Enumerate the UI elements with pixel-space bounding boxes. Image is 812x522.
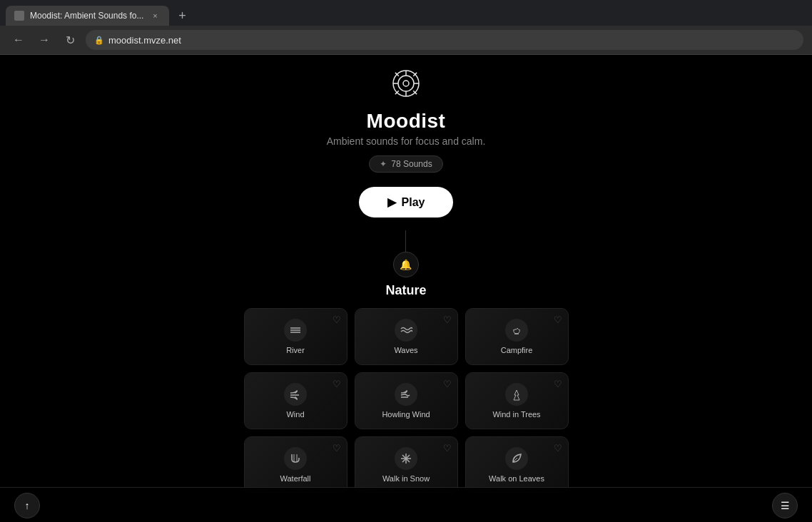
heart-icon-waterfall[interactable]: ♡ (333, 443, 341, 454)
scroll-up-icon: ↑ (25, 500, 30, 511)
svg-point-1 (398, 76, 414, 91)
app-header: Moodist Ambient sounds for focus and cal… (327, 55, 486, 173)
refresh-button[interactable]: ↻ (60, 30, 80, 50)
sound-name-river: River (286, 346, 305, 354)
scroll-up-button[interactable]: ↑ (14, 493, 40, 518)
badge-text: 78 Sounds (391, 159, 432, 169)
address-url: moodist.mvze.net (108, 35, 181, 46)
sound-name-walk-in-snow: Walk in Snow (382, 474, 430, 483)
section-connector: 🔔 Nature (385, 230, 426, 298)
sound-card-wind-in-trees[interactable]: ♡Wind in Trees (465, 372, 569, 429)
nature-section-icon: 🔔 (393, 252, 419, 277)
svg-point-2 (403, 81, 409, 86)
connector-line (405, 230, 406, 252)
new-tab-button[interactable]: + (172, 6, 192, 26)
lock-icon: 🔒 (94, 36, 104, 45)
app-logo-icon (392, 69, 420, 104)
sound-card-river[interactable]: ♡River (244, 308, 347, 365)
sound-name-walk-on-leaves: Walk on Leaves (489, 474, 544, 483)
sound-icon-wind (284, 383, 307, 406)
heart-icon-wind-in-trees[interactable]: ♡ (554, 379, 562, 389)
browser-chrome: Moodist: Ambient Sounds fo... × + ← → ↻ … (0, 0, 812, 55)
sound-card-waves[interactable]: ♡Waves (355, 308, 458, 365)
sound-name-howling-wind: Howling Wind (382, 410, 430, 419)
heart-icon-waves[interactable]: ♡ (443, 314, 452, 325)
tab-favicon (14, 11, 24, 21)
sound-icon-walk-on-leaves (505, 447, 528, 470)
heart-icon-walk-in-snow[interactable]: ♡ (443, 443, 452, 454)
app-subtitle: Ambient sounds for focus and calm. (327, 135, 486, 147)
heart-icon-campfire[interactable]: ♡ (554, 314, 562, 325)
sound-icon-howling-wind (395, 383, 417, 406)
tab-bar: Moodist: Ambient Sounds fo... × + (0, 0, 812, 26)
sound-icon-waves (395, 319, 417, 342)
menu-button[interactable]: ☰ (772, 493, 798, 518)
play-button[interactable]: ▶ Play (359, 187, 454, 218)
sounds-badge: ✦ 78 Sounds (369, 155, 442, 173)
app-title: Moodist (367, 110, 446, 133)
sound-name-wind-in-trees: Wind in Trees (492, 410, 540, 419)
sounds-grid: ♡River♡Waves♡Campfire♡Wind♡Howling Wind♡… (244, 308, 569, 493)
page-content: Moodist Ambient sounds for focus and cal… (0, 55, 812, 522)
forward-button[interactable]: → (34, 30, 54, 50)
sound-icon-waterfall (284, 447, 307, 470)
badge-star-icon: ✦ (380, 159, 387, 169)
back-button[interactable]: ← (9, 30, 29, 50)
sound-card-campfire[interactable]: ♡Campfire (465, 308, 569, 365)
browser-controls: ← → ↻ 🔒 moodist.mvze.net (0, 26, 812, 54)
heart-icon-wind[interactable]: ♡ (333, 379, 341, 389)
sound-card-walk-in-snow[interactable]: ♡Walk in Snow (355, 436, 458, 493)
sound-card-walk-on-leaves[interactable]: ♡Walk on Leaves (465, 436, 569, 493)
heart-icon-river[interactable]: ♡ (333, 314, 341, 325)
address-bar[interactable]: 🔒 moodist.mvze.net (86, 30, 803, 50)
bell-icon: 🔔 (400, 259, 412, 270)
sound-name-waves: Waves (394, 346, 417, 354)
sound-icon-wind-in-trees (505, 383, 528, 406)
sound-card-howling-wind[interactable]: ♡Howling Wind (355, 372, 458, 429)
heart-icon-howling-wind[interactable]: ♡ (443, 379, 452, 389)
tab-close-button[interactable]: × (149, 10, 161, 21)
section-title: Nature (385, 283, 426, 298)
sound-name-campfire: Campfire (501, 346, 533, 354)
active-tab[interactable]: Moodist: Ambient Sounds fo... × (6, 6, 169, 26)
bottom-bar: ↑ ☰ (0, 487, 812, 522)
tab-title: Moodist: Ambient Sounds fo... (30, 11, 143, 21)
heart-icon-walk-on-leaves[interactable]: ♡ (554, 443, 562, 454)
sound-icon-campfire (505, 319, 528, 342)
sound-card-wind[interactable]: ♡Wind (244, 372, 347, 429)
menu-icon: ☰ (781, 500, 790, 511)
sound-card-waterfall[interactable]: ♡Waterfall (244, 436, 347, 493)
sound-icon-river (284, 319, 307, 342)
play-icon: ▶ (387, 195, 396, 209)
play-label: Play (402, 196, 425, 209)
sound-name-waterfall: Waterfall (280, 474, 311, 483)
sound-icon-walk-in-snow (395, 447, 417, 470)
sound-name-wind: Wind (286, 410, 304, 419)
